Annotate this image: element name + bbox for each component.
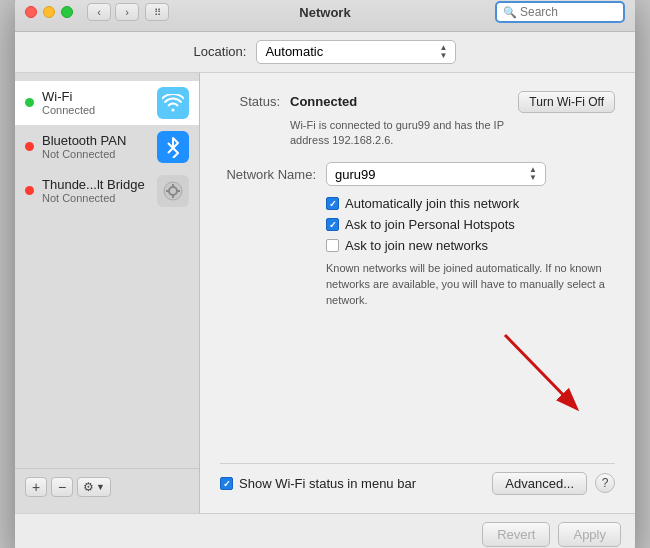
window-title: Network xyxy=(299,5,350,20)
network-dropdown-arrows: ▲ ▼ xyxy=(529,166,537,182)
network-name-label: Network Name: xyxy=(220,167,316,182)
location-bar: Location: Automatic ▲ ▼ xyxy=(15,32,635,73)
gear-dropdown-arrow: ▼ xyxy=(96,482,105,492)
status-dot-thunderbolt xyxy=(25,186,34,195)
wifi-icon xyxy=(157,87,189,119)
personal-hotspot-checkbox[interactable] xyxy=(326,218,339,231)
grid-button[interactable]: ⠿ xyxy=(145,3,169,21)
location-label: Location: xyxy=(194,44,247,59)
note-text: Known networks will be joined automatica… xyxy=(326,261,606,309)
bluetooth-icon xyxy=(157,131,189,163)
close-button[interactable] xyxy=(25,6,37,18)
turn-wifi-off-button[interactable]: Turn Wi-Fi Off xyxy=(518,91,615,113)
gear-menu-button[interactable]: ⚙ ▼ xyxy=(77,477,111,497)
dropdown-arrows: ▲ ▼ xyxy=(439,44,447,60)
detail-panel: Status: Connected Turn Wi-Fi Off Wi-Fi i… xyxy=(200,73,635,513)
new-networks-checkbox[interactable] xyxy=(326,239,339,252)
auto-join-row: Automatically join this network xyxy=(326,196,615,211)
location-dropdown[interactable]: Automatic ▲ ▼ xyxy=(256,40,456,64)
sidebar-footer: + − ⚙ ▼ xyxy=(15,468,199,505)
bluetooth-info: Bluetooth PAN Not Connected xyxy=(42,133,149,160)
network-name-value: guru99 xyxy=(335,167,375,182)
advanced-button[interactable]: Advanced... xyxy=(492,472,587,495)
gear-icon: ⚙ xyxy=(83,480,94,494)
main-content: Wi-Fi Connected Bluetooth PAN xyxy=(15,73,635,513)
window-footer: Revert Apply xyxy=(15,513,635,549)
forward-button[interactable]: › xyxy=(115,3,139,21)
bottom-actions: Advanced... ? xyxy=(492,472,615,495)
back-button[interactable]: ‹ xyxy=(87,3,111,21)
bottom-bar: Show Wi-Fi status in menu bar Advanced..… xyxy=(220,463,615,495)
status-label: Status: xyxy=(220,94,280,109)
thunderbolt-info: Thunde...lt Bridge Not Connected xyxy=(42,177,149,204)
status-dot-bluetooth xyxy=(25,142,34,151)
minimize-button[interactable] xyxy=(43,6,55,18)
auto-join-checkbox[interactable] xyxy=(326,197,339,210)
apply-button[interactable]: Apply xyxy=(558,522,621,547)
sidebar-item-bluetooth[interactable]: Bluetooth PAN Not Connected xyxy=(15,125,199,169)
network-name-row: Network Name: guru99 ▲ ▼ xyxy=(220,162,615,186)
bluetooth-name: Bluetooth PAN xyxy=(42,133,149,148)
wifi-name: Wi-Fi xyxy=(42,89,149,104)
status-value: Connected xyxy=(290,94,357,109)
search-input[interactable] xyxy=(520,5,617,19)
revert-button[interactable]: Revert xyxy=(482,522,550,547)
thunderbolt-name: Thunde...lt Bridge xyxy=(42,177,149,192)
nav-buttons: ‹ › xyxy=(87,3,139,21)
remove-network-button[interactable]: − xyxy=(51,477,73,497)
auto-join-label: Automatically join this network xyxy=(345,196,519,211)
personal-hotspot-row: Ask to join Personal Hotspots xyxy=(326,217,615,232)
traffic-lights xyxy=(25,6,73,18)
add-network-button[interactable]: + xyxy=(25,477,47,497)
wifi-status: Connected xyxy=(42,104,149,116)
location-value: Automatic xyxy=(265,44,323,59)
sidebar-item-thunderbolt[interactable]: Thunde...lt Bridge Not Connected xyxy=(15,169,199,213)
svg-line-7 xyxy=(505,335,575,407)
wifi-info: Wi-Fi Connected xyxy=(42,89,149,116)
titlebar: ‹ › ⠿ Network 🔍 xyxy=(15,0,635,32)
status-dot-wifi xyxy=(25,98,34,107)
show-wifi-checkbox[interactable] xyxy=(220,477,233,490)
new-networks-row: Ask to join new networks xyxy=(326,238,615,253)
wifi-description: Wi-Fi is connected to guru99 and has the… xyxy=(290,118,615,149)
maximize-button[interactable] xyxy=(61,6,73,18)
sidebar: Wi-Fi Connected Bluetooth PAN xyxy=(15,73,200,513)
thunderbolt-icon xyxy=(157,175,189,207)
thunderbolt-status: Not Connected xyxy=(42,192,149,204)
network-name-dropdown[interactable]: guru99 ▲ ▼ xyxy=(326,162,546,186)
network-window: ‹ › ⠿ Network 🔍 Location: Automatic ▲ ▼ xyxy=(15,0,635,548)
search-box[interactable]: 🔍 xyxy=(495,1,625,23)
status-row: Status: Connected Turn Wi-Fi Off xyxy=(220,91,615,113)
help-button[interactable]: ? xyxy=(595,473,615,493)
sidebar-item-wifi[interactable]: Wi-Fi Connected xyxy=(15,81,199,125)
checkboxes-group: Automatically join this network Ask to j… xyxy=(326,196,615,253)
annotation-arrow xyxy=(495,325,595,425)
personal-hotspot-label: Ask to join Personal Hotspots xyxy=(345,217,515,232)
search-icon: 🔍 xyxy=(503,6,517,19)
new-networks-label: Ask to join new networks xyxy=(345,238,488,253)
bluetooth-status: Not Connected xyxy=(42,148,149,160)
show-wifi-row: Show Wi-Fi status in menu bar xyxy=(220,476,416,491)
show-wifi-label: Show Wi-Fi status in menu bar xyxy=(239,476,416,491)
